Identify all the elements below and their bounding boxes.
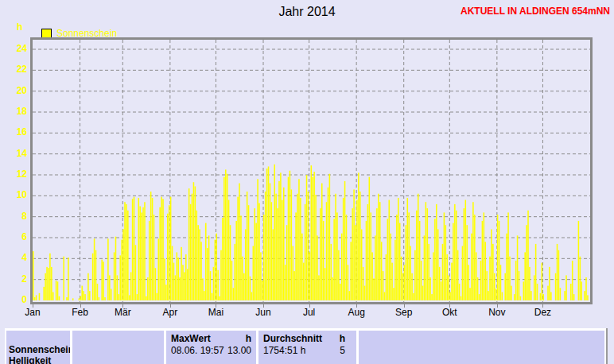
sunshine-bar — [141, 212, 142, 300]
sunshine-bar — [239, 184, 240, 300]
sunshine-bar — [497, 215, 499, 300]
y-tick-label: 14 — [0, 149, 27, 159]
sunshine-bar — [84, 294, 86, 300]
sunshine-bar — [306, 175, 308, 300]
sunshine-bar — [89, 291, 91, 300]
month-label: Jun — [255, 307, 270, 318]
sunshine-bar — [519, 271, 520, 300]
sunshine-bar — [402, 273, 404, 300]
sunshine-bar — [270, 184, 271, 300]
sunshine-bar — [283, 188, 285, 300]
sunshine-bar — [381, 242, 383, 300]
sunshine-bar — [542, 294, 544, 300]
sunshine-bar — [182, 265, 184, 300]
sunshine-bar — [557, 244, 558, 300]
sunshine-bar — [399, 223, 401, 300]
sunshine-bar — [448, 275, 449, 300]
month-label: Jul — [303, 307, 315, 318]
sunshine-bar — [275, 194, 277, 300]
sunshine-bar — [587, 295, 589, 300]
sunshine-bar — [547, 286, 549, 300]
sunshine-bar — [237, 197, 239, 300]
sunshine-bar — [495, 289, 497, 300]
sunshine-bar — [161, 197, 162, 300]
sunshine-bar — [320, 208, 321, 300]
month-label: Dez — [534, 307, 551, 318]
sunshine-bar — [474, 215, 476, 300]
sunshine-bar — [127, 211, 129, 300]
sunshine-bar — [52, 292, 54, 300]
durchschnitt-header: Durchschnitt — [263, 333, 322, 344]
sunshine-bar — [126, 204, 127, 300]
sunshine-bar — [172, 246, 173, 300]
sunshine-bar — [332, 277, 333, 300]
sunshine-bar — [341, 234, 343, 300]
sunshine-bar — [155, 268, 157, 300]
sunshine-bar — [103, 261, 104, 300]
month-label: Apr — [163, 307, 178, 318]
sunshine-bar — [95, 250, 97, 300]
sunshine-bar — [363, 267, 364, 300]
sunshine-bar — [480, 261, 482, 300]
sunshine-bar — [489, 257, 491, 300]
sunshine-bar — [149, 221, 150, 300]
sunshine-bar — [378, 194, 379, 300]
sunshine-bar — [305, 204, 306, 300]
sunshine-bar — [411, 273, 413, 300]
y-tick-label: 4 — [0, 253, 27, 263]
sunshine-bar — [358, 172, 359, 300]
sunshine-bar — [290, 171, 291, 300]
sunshine-bar — [329, 174, 331, 300]
sunshine-bar — [265, 192, 266, 300]
sunshine-bar — [369, 177, 371, 300]
sunshine-bar — [219, 296, 220, 300]
sunshine-bar — [49, 254, 51, 300]
sunshine-bar — [419, 221, 421, 300]
sunshine-bar — [109, 275, 111, 300]
y-tick-label: 8 — [0, 211, 27, 222]
sunshine-bar — [146, 296, 147, 300]
sunshine-bar — [313, 172, 315, 300]
sunshine-bar — [479, 294, 480, 300]
sunshine-bar — [36, 295, 37, 300]
month-label: Jan — [25, 307, 40, 318]
sunshine-bar — [72, 298, 74, 300]
sunshine-bar — [437, 229, 439, 300]
sunshine-bar — [500, 265, 502, 300]
sunshine-bar — [338, 250, 340, 300]
sunshine-bar — [278, 181, 280, 300]
sunshine-bar — [361, 229, 363, 300]
sunshine-bar — [356, 200, 358, 300]
sunshine-bar — [231, 261, 233, 300]
sunshine-bar — [43, 287, 45, 300]
sunshine-bar — [379, 202, 381, 300]
sunshine-bar — [549, 267, 550, 300]
sunshine-bar — [530, 291, 532, 300]
sunshine-bar — [580, 257, 581, 300]
sunshine-bar — [321, 184, 323, 300]
sunshine-bar — [293, 271, 295, 300]
sunshine-bar — [295, 212, 297, 300]
sunshine-bar — [444, 212, 445, 300]
sunshine-bar — [217, 270, 219, 300]
sunshine-bar — [449, 292, 451, 300]
month-label: Nov — [488, 307, 505, 318]
month-label: Mai — [208, 307, 223, 318]
sunshine-bar — [81, 286, 83, 300]
sunshine-bar — [494, 273, 495, 300]
month-label: Okt — [442, 307, 457, 318]
sunshine-bar — [285, 265, 286, 300]
sunshine-bar — [162, 199, 164, 300]
sunshine-bar — [398, 198, 399, 300]
sunshine-bar — [312, 177, 313, 300]
sunshine-bar — [92, 254, 94, 300]
sunshine-bar — [537, 284, 538, 300]
sunshine-bar — [570, 284, 572, 300]
sunshine-bar — [200, 242, 202, 300]
sunshine-bar — [220, 250, 222, 300]
sunshine-bar — [152, 198, 154, 300]
sunshine-bar — [502, 292, 503, 300]
sunshine-bar — [396, 215, 398, 300]
sunshine-bar — [442, 244, 444, 300]
station-banner: AKTUELL IN ALDINGEN 654mNN — [461, 6, 610, 17]
